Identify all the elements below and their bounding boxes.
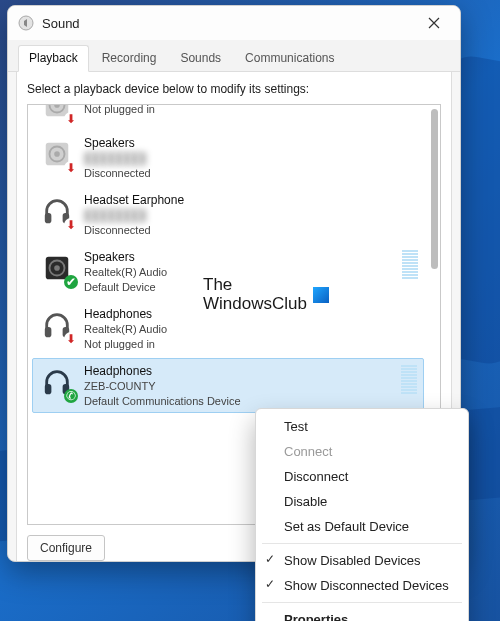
context-separator [262,543,462,544]
context-item-connect: Connect [256,439,468,464]
device-text: SpeakersRealtek(R) AudioDefault Device [84,249,418,295]
device-text: HeadphonesRealtek(R) AudioNot plugged in [84,306,418,352]
speaker-icon: ⬇ [38,135,76,173]
device-status: Default Communications Device [84,394,418,409]
headphones-icon: ⬇ [38,192,76,230]
device-text: Speakers████████Disconnected [84,135,418,181]
context-item-disconnect[interactable]: Disconnect [256,464,468,489]
device-sub: Realtek(R) Audio [84,265,418,280]
svg-rect-7 [45,213,52,223]
device-row[interactable]: ⬇HeadphonesRealtek(R) AudioNot plugged i… [32,301,424,358]
tab-playback[interactable]: Playback [18,45,89,72]
device-text: AMD High Definition Audio DeviceNot plug… [84,104,418,124]
svg-point-6 [54,151,60,157]
context-item-show-disconnected-devices[interactable]: Show Disconnected Devices [256,573,468,598]
device-name: Headset Earphone [84,192,418,208]
tab-communications[interactable]: Communications [234,45,345,72]
device-sub: Realtek(R) Audio [84,322,418,337]
device-text: Headset Earphone████████Disconnected [84,192,418,238]
device-row[interactable]: ⬇AMD High Definition Audio DeviceNot plu… [32,104,424,130]
headphones-icon: ✆ [38,363,76,401]
tab-recording[interactable]: Recording [91,45,168,72]
tabstrip: Playback Recording Sounds Communications [8,40,460,72]
context-separator [262,602,462,603]
instruction-text: Select a playback device below to modify… [27,82,441,96]
device-text: HeadphonesZEB-COUNTYDefault Communicatio… [84,363,418,409]
context-item-show-disabled-devices[interactable]: Show Disabled Devices [256,548,468,573]
close-button[interactable] [412,8,456,38]
device-status: Disconnected [84,166,418,181]
context-menu: TestConnectDisconnectDisableSet as Defau… [255,408,469,621]
context-item-test[interactable]: Test [256,414,468,439]
window-title: Sound [42,16,412,31]
svg-point-11 [54,265,60,271]
device-status: Not plugged in [84,104,418,117]
device-name: Speakers [84,135,418,151]
tab-sounds[interactable]: Sounds [169,45,232,72]
context-item-properties[interactable]: Properties [256,607,468,621]
context-item-disable[interactable]: Disable [256,489,468,514]
configure-button[interactable]: Configure [27,535,105,561]
device-sub: ████████ [84,151,418,166]
svg-rect-14 [45,383,52,393]
headphones-icon: ⬇ [38,306,76,344]
level-meter [401,365,417,394]
device-row[interactable]: ✆HeadphonesZEB-COUNTYDefault Communicati… [32,358,424,414]
titlebar: Sound [8,6,460,40]
device-status: Not plugged in [84,337,418,352]
device-name: Speakers [84,249,418,265]
device-status: Disconnected [84,223,418,238]
svg-rect-12 [45,327,52,337]
device-sub: ZEB-COUNTY [84,379,418,394]
device-name: Headphones [84,306,418,322]
context-item-set-as-default-device[interactable]: Set as Default Device [256,514,468,539]
device-row[interactable]: ✔SpeakersRealtek(R) AudioDefault Device [32,244,424,301]
speaker-dark-icon: ✔ [38,249,76,287]
device-row[interactable]: ⬇Headset Earphone████████Disconnected [32,187,424,244]
sound-icon [18,15,34,31]
scrollbar-thumb[interactable] [431,109,438,269]
level-meter [402,250,418,279]
device-sub: ████████ [84,208,418,223]
device-status: Default Device [84,280,418,295]
device-name: Headphones [84,363,418,379]
device-row[interactable]: ⬇Speakers████████Disconnected [32,130,424,187]
speaker-icon: ⬇ [38,104,76,124]
